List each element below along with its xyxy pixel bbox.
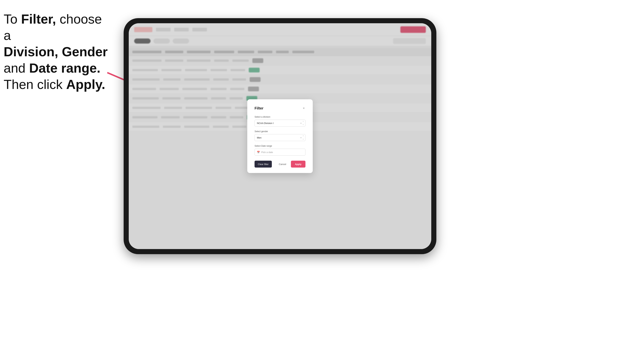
division-select[interactable]: NCAA Division I bbox=[254, 120, 306, 127]
modal-title: Filter bbox=[254, 106, 264, 110]
footer-right-buttons: Cancel Apply bbox=[276, 161, 306, 168]
date-group: Select Date range 📅 Pick a date bbox=[254, 145, 306, 156]
division-select-wrapper: NCAA Division I × ⌃⌄ bbox=[254, 120, 306, 127]
cancel-button[interactable]: Cancel bbox=[276, 161, 289, 168]
clear-filter-button[interactable]: Clear filter bbox=[254, 161, 272, 168]
division-label: Select a division bbox=[254, 116, 306, 118]
apply-button[interactable]: Apply bbox=[291, 161, 306, 168]
gender-label: Select gender bbox=[254, 130, 306, 133]
gender-clear-icon[interactable]: × bbox=[300, 136, 302, 139]
date-placeholder: Pick a date bbox=[261, 151, 273, 154]
gender-select-wrapper: Men × ⌃⌄ bbox=[254, 134, 306, 141]
gender-select[interactable]: Men bbox=[254, 134, 306, 141]
modal-overlay: Filter × Select a division NCAA Division… bbox=[129, 23, 431, 249]
date-label: Select Date range bbox=[254, 145, 306, 147]
calendar-icon: 📅 bbox=[257, 151, 260, 154]
tablet-frame: Filter × Select a division NCAA Division… bbox=[124, 18, 436, 254]
modal-title-row: Filter × bbox=[254, 106, 306, 111]
division-clear-icon[interactable]: × bbox=[300, 122, 302, 125]
instruction-line3: and Date range. bbox=[4, 61, 100, 75]
filter-modal: Filter × Select a division NCAA Division… bbox=[247, 99, 313, 173]
instruction-line4: Then click Apply. bbox=[4, 77, 105, 92]
division-group: Select a division NCAA Division I × ⌃⌄ bbox=[254, 116, 306, 127]
instruction-line1: To Filter, choose a bbox=[4, 12, 102, 43]
date-input[interactable]: 📅 Pick a date bbox=[254, 149, 306, 156]
close-icon[interactable]: × bbox=[302, 106, 306, 111]
instruction-line2: Division, Gender bbox=[4, 44, 108, 59]
gender-group: Select gender Men × ⌃⌄ bbox=[254, 130, 306, 141]
modal-footer: Clear filter Cancel Apply bbox=[254, 161, 306, 168]
instruction-block: To Filter, choose a Division, Gender and… bbox=[4, 11, 109, 93]
tablet-screen: Filter × Select a division NCAA Division… bbox=[129, 23, 431, 249]
